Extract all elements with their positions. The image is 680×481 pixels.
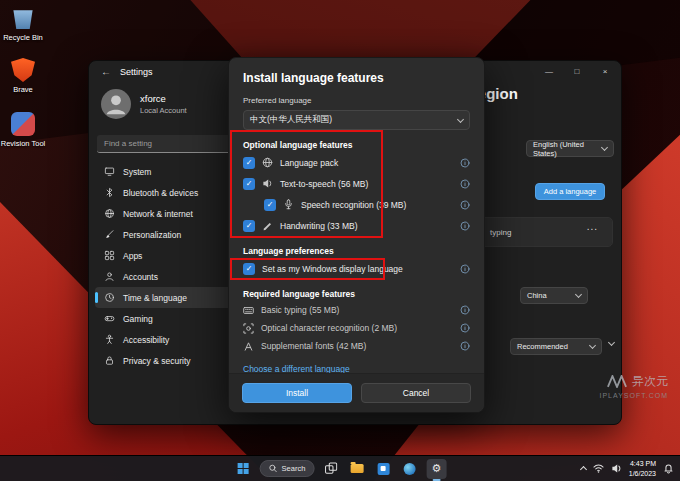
sidebar-item-bluetooth-devices[interactable]: Bluetooth & devices: [95, 182, 235, 203]
sidebar-item-gaming[interactable]: Gaming: [95, 308, 235, 329]
task-view-button[interactable]: [322, 460, 340, 478]
language-pack-icon: [262, 157, 273, 168]
sidebar-label: System: [123, 167, 151, 177]
sidebar-item-accessibility[interactable]: Accessibility: [95, 329, 235, 350]
taskbar-search-button[interactable]: Search: [260, 460, 315, 477]
desktop-icon-brave[interactable]: Brave: [0, 58, 46, 94]
windows-display-language-dropdown[interactable]: English (United States): [526, 140, 614, 157]
add-language-button[interactable]: Add a language: [535, 183, 605, 200]
sidebar-item-apps[interactable]: Apps: [95, 245, 235, 266]
feature-row-ocr: Optical character recognition (2 MB): [243, 319, 470, 337]
maximize-button[interactable]: □: [563, 61, 591, 81]
desktop-icon-label: Recycle Bin: [0, 33, 46, 42]
info-icon[interactable]: [460, 179, 470, 189]
watermark-logo-icon: [607, 375, 627, 388]
preferred-language-label: Preferred language: [243, 96, 470, 105]
sidebar-label: Accounts: [123, 272, 158, 282]
cancel-button[interactable]: Cancel: [361, 383, 471, 403]
text-to-speech-icon: [262, 178, 273, 189]
apps-grid-icon: [104, 250, 115, 261]
tray-clock[interactable]: 4:43 PM 1/6/2023: [629, 459, 656, 478]
sidebar-item-personalization[interactable]: Personalization: [95, 224, 235, 245]
back-icon[interactable]: ←: [101, 66, 111, 77]
more-options-icon[interactable]: ...: [587, 221, 598, 232]
account-name: xforce: [140, 93, 187, 104]
minimize-button[interactable]: —: [535, 61, 563, 81]
desktop-icon-recycle-bin[interactable]: Recycle Bin: [0, 6, 46, 42]
tray-date: 1/6/2023: [629, 469, 656, 478]
speech-recognition-checkbox[interactable]: [264, 199, 276, 211]
tray-overflow-chevron-icon[interactable]: [580, 466, 587, 473]
info-icon[interactable]: [460, 323, 470, 333]
display-language-checkbox[interactable]: [243, 263, 255, 275]
install-button[interactable]: Install: [242, 383, 352, 403]
info-icon[interactable]: [460, 305, 470, 315]
dropdown-value: English (United States): [533, 140, 598, 158]
sidebar-label: Network & internet: [123, 209, 193, 219]
info-icon[interactable]: [460, 264, 470, 274]
handwriting-checkbox[interactable]: [243, 220, 255, 232]
feature-row-basic-typing: Basic typing (55 MB): [243, 301, 470, 319]
sidebar-item-privacy-security[interactable]: Privacy & security: [95, 350, 235, 371]
feature-row-handwriting[interactable]: Handwriting (33 MB): [243, 215, 470, 236]
feature-row-text-to-speech[interactable]: Text-to-speech (56 MB): [243, 173, 470, 194]
chevron-down-icon: [589, 342, 596, 349]
sidebar-item-accounts[interactable]: Accounts: [95, 266, 235, 287]
gear-icon: ⚙: [431, 463, 441, 474]
fonts-icon: [243, 341, 254, 352]
notification-bell-icon[interactable]: [663, 463, 674, 474]
info-icon[interactable]: [460, 200, 470, 210]
country-dropdown[interactable]: China: [520, 287, 588, 304]
settings-taskbar-button[interactable]: ⚙: [426, 459, 446, 479]
feature-row-display-language[interactable]: Set as my Windows display language: [243, 258, 470, 279]
desktop-icon-revision-tool[interactable]: Revision Tool: [0, 112, 46, 148]
gamepad-icon: [104, 313, 115, 324]
start-button[interactable]: [234, 460, 252, 478]
browser-button[interactable]: [400, 460, 418, 478]
search-placeholder: Find a setting: [104, 139, 152, 148]
feature-label: Supplemental fonts (42 MB): [261, 341, 366, 351]
chevron-down-icon: [575, 291, 582, 298]
sidebar-item-system[interactable]: System: [95, 161, 235, 182]
info-icon[interactable]: [460, 341, 470, 351]
install-language-features-dialog: Install language features Preferred lang…: [228, 57, 485, 413]
sidebar-label: Privacy & security: [123, 356, 191, 366]
info-icon[interactable]: [460, 221, 470, 231]
sidebar-item-time-language[interactable]: Time & language: [95, 287, 235, 308]
system-icon: [104, 166, 115, 177]
feature-row-speech-recognition[interactable]: Speech recognition (39 MB): [243, 194, 470, 215]
dialog-footer: Install Cancel: [229, 373, 484, 412]
recycle-bin-icon: [11, 6, 35, 30]
clock-icon: [104, 292, 115, 303]
watermark-brand: 异次元: [632, 373, 668, 390]
language-pack-checkbox[interactable]: [243, 157, 255, 169]
sidebar-item-network-internet[interactable]: Network & internet: [95, 203, 235, 224]
account-block: xforce Local Account: [101, 89, 187, 119]
taskbar: Search ⚙ 4:43 PM 1/6/2023: [0, 455, 680, 481]
file-explorer-button[interactable]: [348, 460, 366, 478]
sidebar-label: Accessibility: [123, 335, 169, 345]
text-to-speech-checkbox[interactable]: [243, 178, 255, 190]
feature-label: Text-to-speech (56 MB): [280, 179, 368, 189]
feature-row-language-pack[interactable]: Language pack: [243, 152, 470, 173]
store-button[interactable]: [374, 460, 392, 478]
wifi-icon[interactable]: [593, 463, 604, 474]
system-tray: 4:43 PM 1/6/2023: [581, 456, 674, 481]
avatar: [101, 89, 131, 119]
optional-features-header: Optional language features: [243, 140, 470, 150]
volume-icon[interactable]: [611, 463, 622, 474]
chevron-down-icon: [601, 144, 608, 151]
desktop-icon-label: Revision Tool: [0, 139, 46, 148]
search-icon: [269, 464, 278, 473]
feature-label: Handwriting (33 MB): [280, 221, 357, 231]
regional-format-expander-icon[interactable]: [608, 339, 615, 346]
close-button[interactable]: ×: [591, 61, 619, 81]
browser-icon: [403, 463, 415, 475]
settings-search-input[interactable]: Find a setting: [97, 135, 231, 153]
preferred-language-dropdown[interactable]: 中文(中华人民共和国): [243, 110, 470, 130]
info-icon[interactable]: [460, 158, 470, 168]
windows-logo-icon: [237, 463, 248, 474]
regional-format-dropdown[interactable]: Recommended: [510, 338, 602, 355]
feature-label: Set as my Windows display language: [262, 264, 403, 274]
sidebar-label: Time & language: [123, 293, 187, 303]
